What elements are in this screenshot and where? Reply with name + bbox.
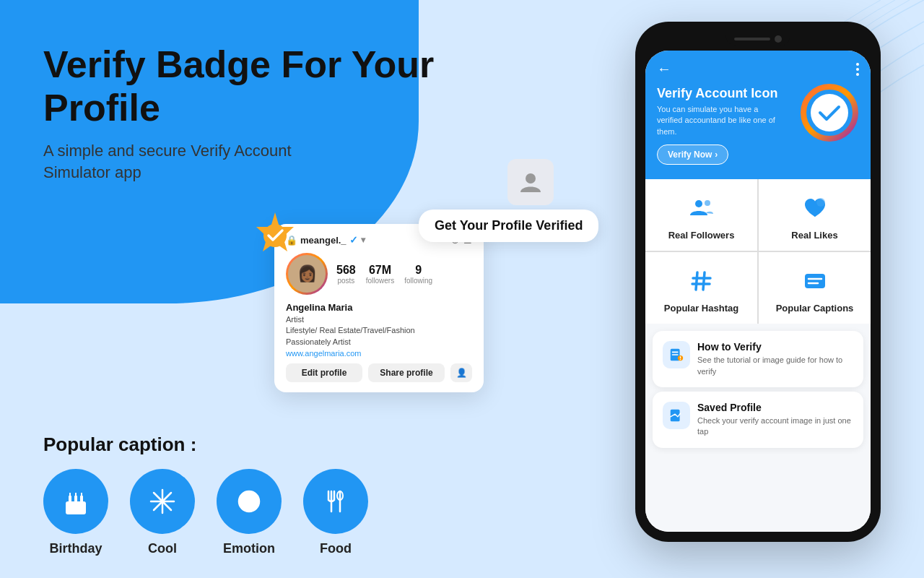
screen-header: ← Verify Account Icon You can simulate y… bbox=[645, 51, 871, 179]
svg-point-4 bbox=[811, 94, 848, 131]
user-icon bbox=[518, 169, 544, 195]
subtitle: A simple and secure Verify Account Simul… bbox=[43, 140, 346, 185]
screen-title: Verify Account Icon bbox=[657, 86, 780, 101]
saved-profile-card[interactable]: Saved Profile Check your verify account … bbox=[653, 392, 863, 448]
captions-icon bbox=[799, 265, 831, 297]
cool-circle bbox=[130, 469, 195, 534]
phone-screen: ← Verify Account Icon You can simulate y… bbox=[645, 51, 871, 532]
feature-label-followers: Real Followers bbox=[668, 230, 735, 241]
stat-posts: 568 posts bbox=[336, 264, 356, 285]
profile-name: Angelina Maria bbox=[286, 302, 472, 313]
verify-text-bubble: Get Your Profile Verified bbox=[419, 210, 598, 242]
stat-following: 9 following bbox=[404, 264, 432, 285]
emotion-icon bbox=[233, 486, 265, 517]
caption-label-emotion: Emotion bbox=[223, 541, 275, 556]
caption-item-cool[interactable]: Cool bbox=[130, 469, 195, 556]
feature-grid: Real Followers Real Likes bbox=[645, 179, 871, 324]
feature-popular-hashtag[interactable]: Popular Hashtag bbox=[645, 252, 757, 324]
saved-icon bbox=[663, 402, 690, 429]
feature-label-hashtag: Popular Hashtag bbox=[664, 303, 738, 314]
verify-check: ✓ bbox=[349, 234, 358, 246]
verify-now-button[interactable]: Verify Now › bbox=[657, 144, 728, 165]
svg-rect-27 bbox=[74, 496, 77, 500]
svg-rect-26 bbox=[69, 496, 71, 500]
saved-text: Saved Profile Check your verify account … bbox=[697, 402, 853, 438]
add-person-button[interactable]: 👤 bbox=[450, 363, 472, 382]
svg-rect-22 bbox=[66, 501, 86, 514]
caption-label-cool: Cool bbox=[148, 541, 177, 556]
more-button[interactable] bbox=[856, 63, 859, 76]
profile-link: www.angelmaria.com bbox=[286, 349, 472, 358]
caption-item-food[interactable]: Food bbox=[303, 469, 368, 556]
user-icon-bubble bbox=[507, 159, 554, 205]
how-to-icon bbox=[663, 341, 690, 368]
share-profile-button[interactable]: Share profile bbox=[368, 363, 445, 382]
phone-mockup: ← Verify Account Icon You can simulate y… bbox=[635, 22, 881, 542]
hashtag-icon bbox=[686, 265, 718, 297]
feature-real-likes[interactable]: Real Likes bbox=[759, 179, 871, 251]
feature-label-captions: Popular Captions bbox=[776, 303, 854, 314]
main-title: Verify Badge For Your Profile bbox=[43, 43, 491, 130]
how-to-verify-card[interactable]: How to Verify See the tutorial or image … bbox=[653, 331, 863, 387]
screen-content: Real Followers Real Likes bbox=[645, 179, 871, 532]
svg-point-5 bbox=[695, 200, 702, 207]
svg-line-8 bbox=[696, 272, 697, 290]
svg-point-6 bbox=[705, 200, 710, 206]
saved-title: Saved Profile bbox=[697, 402, 853, 413]
svg-point-39 bbox=[251, 498, 254, 501]
verified-badge bbox=[249, 210, 301, 264]
cool-icon bbox=[147, 486, 178, 517]
profile-card-body: 👩🏾 568 posts 67M followers 9 following bbox=[286, 253, 472, 295]
svg-point-7 bbox=[816, 198, 825, 207]
svg-rect-28 bbox=[80, 496, 83, 500]
birthday-icon bbox=[60, 486, 92, 517]
verify-badge-icon bbox=[800, 83, 859, 142]
emotion-circle bbox=[217, 469, 282, 534]
svg-rect-12 bbox=[805, 274, 825, 288]
how-to-desc: See the tutorial or image guide for how … bbox=[697, 355, 853, 377]
star-badge-icon bbox=[249, 210, 301, 262]
stat-followers: 67M followers bbox=[366, 264, 394, 285]
screen-desc: You can simulate you have a verified acc… bbox=[657, 104, 780, 137]
profile-card: 🔒 meangel._ ✓ ▾ ⊕ ☰ 👩🏾 568 posts 67M fol… bbox=[274, 224, 484, 392]
verify-icon-decoration bbox=[800, 83, 859, 145]
svg-line-9 bbox=[703, 272, 705, 290]
caption-item-emotion[interactable]: Emotion bbox=[217, 469, 282, 556]
edit-profile-button[interactable]: Edit profile bbox=[286, 363, 362, 382]
followers-icon bbox=[686, 192, 718, 224]
caption-section: Popular caption : Birthday bbox=[43, 434, 368, 556]
caption-item-birthday[interactable]: Birthday bbox=[43, 469, 108, 556]
svg-point-1 bbox=[263, 224, 287, 247]
front-camera bbox=[775, 35, 782, 43]
caption-section-title: Popular caption : bbox=[43, 434, 368, 456]
how-to-text: How to Verify See the tutorial or image … bbox=[697, 341, 853, 377]
feature-real-followers[interactable]: Real Followers bbox=[645, 179, 757, 251]
profile-buttons: Edit profile Share profile 👤 bbox=[286, 363, 472, 382]
screen-nav: ← bbox=[657, 61, 859, 77]
profile-bio: ArtistLifestyle/ Real Estate/Travel/Fash… bbox=[286, 314, 472, 348]
caption-label-birthday: Birthday bbox=[49, 541, 102, 556]
svg-point-20 bbox=[680, 359, 681, 360]
svg-point-38 bbox=[244, 498, 247, 501]
svg-point-2 bbox=[526, 173, 536, 184]
how-to-title: How to Verify bbox=[697, 341, 853, 353]
caption-items: Birthday Cool bbox=[43, 469, 368, 556]
phone-notch bbox=[645, 32, 871, 46]
back-button[interactable]: ← bbox=[657, 61, 671, 77]
feature-popular-captions[interactable]: Popular Captions bbox=[759, 252, 871, 324]
phone-notch-bar bbox=[725, 32, 790, 46]
profile-stats: 568 posts 67M followers 9 following bbox=[336, 264, 432, 285]
speaker bbox=[734, 38, 770, 40]
likes-icon bbox=[799, 192, 831, 224]
food-circle bbox=[303, 469, 368, 534]
feature-label-likes: Real Likes bbox=[791, 230, 837, 241]
food-icon bbox=[320, 486, 352, 517]
birthday-circle bbox=[43, 469, 108, 534]
get-verified-bubble: Get Your Profile Verified bbox=[419, 159, 598, 242]
caption-label-food: Food bbox=[320, 541, 352, 556]
svg-point-36 bbox=[160, 499, 165, 504]
saved-desc: Check your verify account image in just … bbox=[697, 415, 853, 438]
